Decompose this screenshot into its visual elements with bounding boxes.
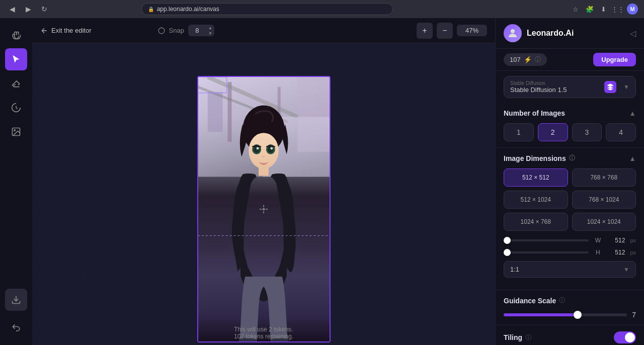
snap-label: Snap [169, 27, 184, 34]
tiling-toggle[interactable] [614, 331, 636, 343]
model-info: Stable Diffusion Stable Diffusion 1.5 [510, 80, 567, 94]
select-tool-button[interactable] [5, 48, 27, 70]
dim-512x512-button[interactable]: 512 × 512 [504, 168, 568, 187]
left-toolbar [0, 18, 32, 345]
zoom-controls: + − 47% [417, 23, 487, 39]
width-slider-row: W 512 px [504, 237, 636, 244]
guidance-scale-title: Guidance Scale [504, 297, 556, 305]
svg-point-3 [158, 28, 165, 34]
snap-arrows[interactable]: ▲ ▼ [206, 25, 214, 36]
svg-point-20 [270, 147, 273, 149]
guidance-scale-header: Guidance Scale ⓘ [504, 296, 636, 305]
model-chevron-icon: ▼ [623, 83, 629, 91]
canvas-image-container[interactable] [197, 76, 331, 342]
model-icon [604, 81, 616, 93]
main-area: Exit the editor Snap ▲ ▼ + − 47% [32, 18, 495, 345]
width-label: W [594, 237, 602, 244]
zoom-in-button[interactable]: + [417, 23, 433, 39]
dim-768x1024-button[interactable]: 768 × 1024 [572, 191, 636, 209]
token-number: 107 [510, 56, 521, 63]
undo-tool-button[interactable] [5, 317, 27, 339]
width-slider-track[interactable] [504, 239, 589, 241]
erase-tool-button[interactable] [5, 72, 27, 95]
svg-rect-6 [207, 92, 222, 132]
guidance-value: 7 [632, 311, 636, 319]
upgrade-button[interactable]: Upgrade [593, 53, 636, 66]
snap-down-arrow[interactable]: ▼ [206, 31, 214, 36]
extension-icon[interactable]: 🧩 [585, 4, 595, 14]
dim-512x1024-button[interactable]: 512 × 1024 [504, 191, 568, 209]
number-of-images-buttons: 1 2 3 4 [504, 123, 636, 141]
number-of-images-title: Number of Images [504, 109, 565, 117]
inpaint-tool-button[interactable] [5, 97, 27, 119]
snap-input[interactable] [188, 25, 206, 36]
aspect-ratio-select[interactable]: 1:1 ▼ [504, 261, 636, 278]
refresh-button[interactable]: ↻ [38, 3, 50, 15]
token-info-icon[interactable]: ⓘ [535, 55, 541, 64]
guidance-scale-section: Guidance Scale ⓘ 7 [496, 290, 644, 325]
pan-tool-button[interactable] [5, 24, 27, 46]
snap-input-wrap[interactable]: ▲ ▼ [188, 25, 214, 36]
image-dimensions-collapse[interactable]: ▲ [629, 154, 636, 162]
zoom-value[interactable]: 47% [457, 25, 487, 36]
snap-up-arrow[interactable]: ▲ [206, 25, 214, 31]
download-tool-button[interactable] [5, 289, 27, 311]
token-line1: This will use 2 tokens. [234, 326, 293, 333]
bookmark-icon[interactable]: ☆ [571, 4, 581, 14]
svg-rect-21 [259, 166, 269, 176]
dim-768x768-button[interactable]: 768 × 768 [572, 168, 636, 187]
num-images-3-button[interactable]: 3 [572, 123, 602, 141]
height-slider-row: H 512 px [504, 249, 636, 256]
svg-point-31 [511, 29, 515, 33]
guidance-info-icon[interactable]: ⓘ [559, 296, 565, 305]
svg-point-26 [263, 208, 264, 210]
model-name: Stable Diffusion 1.5 [510, 86, 567, 94]
dim-1024x1024-button[interactable]: 1024 × 1024 [572, 213, 636, 231]
token-info: This will use 2 tokens. 107 tokens remai… [234, 326, 293, 340]
right-panel: Leonardo.Ai ◁ 107 ⚡ ⓘ Upgrade Stable Dif… [495, 18, 644, 345]
number-of-images-header: Number of Images ▲ [504, 109, 636, 117]
guidance-slider-thumb[interactable] [574, 311, 582, 319]
browser-avatar[interactable]: M [627, 4, 638, 15]
canvas-topbar: Exit the editor Snap ▲ ▼ + − 47% [32, 18, 495, 43]
width-value: 512 [607, 237, 625, 244]
snap-control: Snap ▲ ▼ [158, 25, 214, 36]
panel-brand: Leonardo.Ai [527, 29, 574, 38]
zoom-out-button[interactable]: − [437, 23, 453, 39]
number-of-images-section: Number of Images ▲ 1 2 3 4 [496, 103, 644, 148]
number-of-images-collapse[interactable]: ▲ [629, 109, 636, 117]
image-tool-button[interactable] [5, 121, 27, 143]
num-images-2-button[interactable]: 2 [538, 123, 568, 141]
model-label: Stable Diffusion [510, 80, 567, 86]
num-images-1-button[interactable]: 1 [504, 123, 534, 141]
image-dimensions-grid: 512 × 512 768 × 768 512 × 1024 768 × 102… [504, 168, 636, 231]
canvas-area[interactable]: This will use 2 tokens. 107 tokens remai… [32, 43, 495, 345]
tiling-info-icon[interactable]: ⓘ [525, 333, 531, 342]
exit-editor-button[interactable]: Exit the editor [40, 27, 92, 35]
panel-collapse-button[interactable]: ◁ [630, 29, 636, 38]
model-selector[interactable]: Stable Diffusion Stable Diffusion 1.5 ▼ [504, 76, 636, 98]
dim-1024x768-button[interactable]: 1024 × 768 [504, 213, 568, 231]
back-button[interactable]: ◀ [6, 3, 18, 15]
browser-bar: ◀ ▶ ↻ 🔒 app.leonardo.ai/canvas ☆ 🧩 ⬇ ⋮⋮ … [0, 0, 644, 18]
tiling-toggle-thumb [625, 332, 635, 342]
width-slider-thumb[interactable] [504, 237, 511, 244]
forward-button[interactable]: ▶ [22, 3, 34, 15]
guidance-slider-row: 7 [504, 311, 636, 319]
height-slider-track[interactable] [504, 251, 589, 253]
svg-point-17 [256, 147, 259, 149]
token-line2: 107 tokens remaining. [234, 333, 293, 340]
image-dimensions-header: Image Dimensions ⓘ ▲ [504, 154, 636, 162]
user-avatar [504, 24, 522, 42]
image-dimensions-section: Image Dimensions ⓘ ▲ 512 × 512 768 × 768… [496, 148, 644, 290]
height-slider-thumb[interactable] [504, 249, 511, 256]
aspect-ratio-chevron-icon: ▼ [623, 266, 629, 273]
num-images-4-button[interactable]: 4 [606, 123, 636, 141]
guidance-slider-track[interactable] [504, 313, 627, 316]
image-dimensions-info-icon[interactable]: ⓘ [569, 154, 575, 162]
url-bar[interactable]: 🔒 app.leonardo.ai/canvas [141, 3, 393, 15]
svg-point-16 [254, 146, 260, 153]
apps-icon[interactable]: ⋮⋮ [613, 4, 623, 14]
width-unit: px [630, 237, 636, 243]
download-icon[interactable]: ⬇ [599, 4, 609, 14]
